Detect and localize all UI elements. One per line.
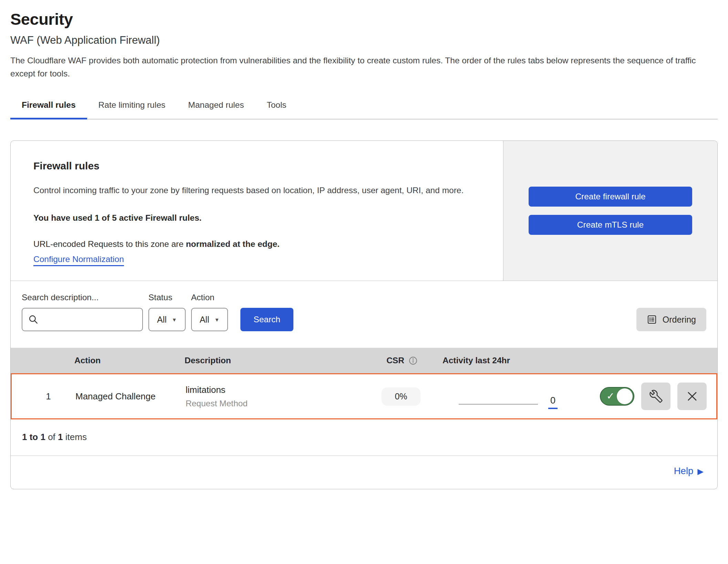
- create-firewall-rule-button[interactable]: Create firewall rule: [529, 187, 692, 207]
- pagination-of: of: [48, 432, 55, 442]
- rule-action: Managed Challenge: [75, 391, 186, 402]
- header-activity: Activity last 24hr: [434, 356, 591, 365]
- action-select[interactable]: All ▼: [191, 308, 228, 331]
- tab-rate-limiting-rules[interactable]: Rate limiting rules: [87, 95, 177, 119]
- rule-description-sub: Request Method: [186, 399, 369, 408]
- ordering-button[interactable]: Ordering: [636, 308, 706, 331]
- firewall-rules-info: Firewall rules Control incoming traffic …: [11, 141, 503, 281]
- toggle-knob: [617, 388, 633, 404]
- usage-summary: You have used 1 of 5 active Firewall rul…: [33, 213, 480, 223]
- search-box: [22, 308, 143, 331]
- activity-cell: 0: [433, 395, 590, 409]
- normalization-text: URL-encoded Requests to this zone are: [33, 239, 186, 249]
- status-label: Status: [148, 293, 186, 302]
- search-group: Search description...: [22, 293, 143, 331]
- close-icon: [686, 390, 699, 403]
- pagination-total: 1: [58, 432, 63, 442]
- action-filter-group: Action All ▼: [191, 293, 228, 331]
- filter-bar: Search description... Status All ▼: [11, 281, 717, 348]
- status-select-value: All: [157, 315, 167, 325]
- panel-title: Firewall rules: [33, 160, 480, 172]
- wrench-icon: [649, 390, 663, 403]
- header-action: Action: [74, 356, 185, 365]
- card-top-section: Firewall rules Control incoming traffic …: [11, 141, 717, 281]
- configure-normalization-link[interactable]: Configure Normalization: [33, 254, 124, 266]
- activity-sparkline: [459, 404, 538, 405]
- tab-managed-rules[interactable]: Managed rules: [177, 95, 255, 119]
- ordering-button-label: Ordering: [663, 315, 696, 325]
- pagination-items: items: [65, 432, 87, 442]
- waf-tab-bar: Firewall rules Rate limiting rules Manag…: [10, 95, 718, 119]
- rule-controls: ✓: [590, 383, 716, 410]
- pagination-range: 1 to 1: [22, 432, 45, 442]
- header-csr-label: CSR: [386, 356, 404, 365]
- help-link-label: Help: [674, 466, 694, 476]
- rule-description-cell: limitations Request Method: [186, 385, 369, 408]
- table-header-row: Action Description CSR Activity last 24h…: [11, 348, 717, 373]
- help-link[interactable]: Help▶: [674, 466, 704, 476]
- page-description: The Cloudflare WAF provides both automat…: [10, 54, 717, 80]
- rule-description: limitations: [186, 385, 369, 395]
- arrow-right-icon: ▶: [697, 467, 704, 476]
- tab-firewall-rules[interactable]: Firewall rules: [10, 95, 87, 119]
- edit-rule-button[interactable]: [641, 383, 670, 410]
- table-row: 1 Managed Challenge limitations Request …: [11, 373, 717, 419]
- page-title: Security: [10, 10, 718, 29]
- header-description: Description: [185, 356, 370, 365]
- delete-rule-button[interactable]: [677, 383, 707, 410]
- action-select-value: All: [200, 315, 209, 325]
- search-input[interactable]: [43, 314, 137, 325]
- rule-priority: 1: [12, 391, 75, 402]
- help-row: Help▶: [11, 456, 717, 489]
- search-icon: [28, 314, 39, 325]
- firewall-rules-card: Firewall rules Control incoming traffic …: [10, 140, 718, 489]
- pagination-summary: 1 to 1 of 1 items: [11, 419, 717, 456]
- info-icon[interactable]: [408, 356, 418, 365]
- security-waf-page: Security WAF (Web Application Firewall) …: [0, 0, 728, 489]
- ordering-list-icon: [647, 314, 657, 325]
- search-label: Search description...: [22, 293, 143, 302]
- search-button[interactable]: Search: [240, 308, 293, 331]
- activity-count-link[interactable]: 0: [548, 395, 558, 409]
- create-mtls-rule-button[interactable]: Create mTLS rule: [529, 215, 692, 235]
- rule-enabled-toggle[interactable]: ✓: [600, 387, 634, 406]
- status-filter-group: Status All ▼: [148, 293, 186, 331]
- actions-side-panel: Create firewall rule Create mTLS rule: [503, 141, 717, 281]
- page-subtitle: WAF (Web Application Firewall): [10, 34, 718, 46]
- normalization-note: URL-encoded Requests to this zone are no…: [33, 239, 480, 249]
- chevron-down-icon: ▼: [214, 317, 219, 322]
- normalization-bold: normalized at the edge.: [186, 239, 280, 249]
- status-select[interactable]: All ▼: [148, 308, 186, 331]
- header-csr: CSR: [386, 356, 418, 365]
- panel-description: Control incoming traffic to your zone by…: [33, 184, 480, 197]
- action-label: Action: [191, 293, 228, 302]
- chevron-down-icon: ▼: [172, 317, 177, 322]
- check-icon: ✓: [606, 391, 614, 401]
- csr-badge: 0%: [382, 387, 420, 406]
- tab-tools[interactable]: Tools: [255, 95, 298, 119]
